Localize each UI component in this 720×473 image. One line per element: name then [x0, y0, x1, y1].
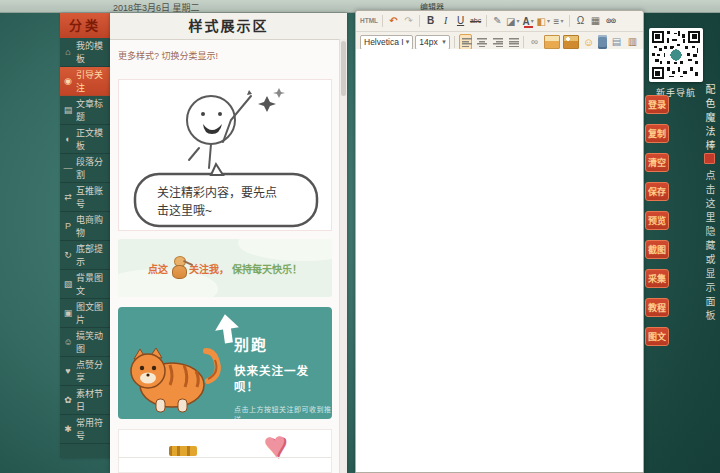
source-code-button[interactable]: HTML — [360, 14, 378, 28]
highlight-color-button[interactable]: ◧ — [537, 14, 550, 28]
sidebar-items: ⌂我的模板◉引导关注▤文章标题◐正文模板—段落分割⇄互推账号P电商购物↻底部提示… — [60, 38, 110, 444]
sidebar-item-mutual-push[interactable]: ⇄互推账号 — [60, 183, 110, 212]
shopping-icon: P — [63, 221, 73, 231]
category-header[interactable]: 分类 — [60, 13, 110, 38]
toggle-panel-label[interactable]: 点击这里隐藏或显示面板 — [702, 170, 717, 324]
qr-code — [649, 28, 703, 82]
follow-guide-icon: ◉ — [63, 76, 73, 86]
save-button[interactable]: 保存 — [645, 182, 669, 201]
sidebar-item-label: 互推账号 — [76, 184, 110, 210]
italic-button[interactable]: I — [439, 14, 452, 28]
insert-gif-button[interactable] — [563, 35, 579, 49]
font-family-value: Helvetica I — [364, 37, 404, 47]
sidebar-item-common-symbols[interactable]: ✱常用符号 — [60, 415, 110, 444]
smiley-icon: ☺ — [63, 337, 73, 347]
tutorial-button[interactable]: 教程 — [645, 298, 669, 317]
sidebar-item-paragraph-divider[interactable]: —段落分割 — [60, 154, 110, 183]
toolbar-separator — [523, 36, 524, 48]
panel-toggle-icon[interactable] — [704, 153, 715, 164]
sidebar-item-article-title[interactable]: ▤文章标题 — [60, 96, 110, 125]
format-painter-button[interactable]: ✎ — [491, 14, 504, 28]
find-replace-button[interactable]: ⊙⊙ — [604, 14, 617, 28]
underline-button[interactable]: U — [454, 14, 467, 28]
copy-button[interactable]: 复制 — [645, 124, 669, 143]
list-button[interactable]: ≡ — [552, 14, 565, 28]
yellow-blob-illustration — [169, 446, 197, 456]
toolbar-separator — [454, 36, 455, 48]
sidebar-item-label: 素材节日 — [76, 387, 110, 413]
clear-button[interactable]: 清空 — [645, 153, 669, 172]
toolbar-separator — [486, 15, 487, 27]
more-styles-hint: 更多样式? 切换分类显示! — [118, 49, 218, 62]
login-button[interactable]: 登录 — [645, 95, 669, 114]
article-button[interactable]: 图文 — [645, 327, 669, 346]
tiger-banner-line2: 快来关注一发呗！ — [234, 362, 332, 394]
sidebar-item-festival-material[interactable]: ✿素材节日 — [60, 386, 110, 415]
tiger-banner-line1: 别跑 — [234, 333, 332, 354]
preview-button[interactable]: 预览 — [645, 211, 669, 230]
sidebar-item-body-template[interactable]: ◐正文模板 — [60, 125, 110, 154]
align-left-button[interactable] — [459, 34, 473, 50]
refresh-icon: ↻ — [63, 250, 73, 260]
toolbar-row2-icons: ∞☺▤▥ — [528, 35, 639, 49]
sidebar-item-image-text[interactable]: ▣图文图片 — [60, 299, 110, 328]
font-size-value: 14px — [419, 37, 440, 47]
align-center-button[interactable] — [474, 34, 488, 50]
sidebar-item-ecommerce[interactable]: P电商购物 — [60, 212, 110, 241]
editor-content[interactable] — [356, 49, 643, 472]
sidebar-item-label: 引导关注 — [76, 68, 110, 94]
template-card-partial[interactable]: ♥ — [118, 429, 332, 473]
sidebar-item-label: 底部提示 — [76, 242, 110, 268]
redo-button[interactable]: ↷ — [402, 14, 415, 28]
image-icon: ▣ — [63, 308, 73, 318]
emoticon-button[interactable]: ☺ — [582, 35, 595, 49]
sidebar-item-label: 常用符号 — [76, 416, 110, 442]
strikethrough-button[interactable]: abc — [469, 14, 482, 28]
toolbar-separator — [569, 15, 570, 27]
insert-image-button[interactable] — [544, 35, 560, 49]
fullscreen-button[interactable]: ▥ — [626, 35, 639, 49]
remove-format-button[interactable]: ◪ — [506, 14, 519, 28]
body-template-icon: ◐ — [63, 134, 73, 144]
banner-text-left: 点这 — [148, 261, 168, 276]
sidebar-item-footer-tip[interactable]: ↻底部提示 — [60, 241, 110, 270]
like-icon: ♥ — [63, 366, 73, 376]
editor-toolbar: HTML↶↷BIUabc✎◪A◧≡Ω▦⊙⊙ Helvetica I 14px ∞… — [356, 11, 643, 53]
divider-icon: — — [63, 163, 73, 173]
tiger-illustration — [122, 337, 226, 415]
font-color-button[interactable]: A — [522, 14, 535, 28]
collect-button[interactable]: 采集 — [645, 269, 669, 288]
sidebar-item-funny-gif[interactable]: ☺搞笑动图 — [60, 328, 110, 357]
align-right-button[interactable] — [490, 34, 504, 50]
link-button[interactable]: ∞ — [528, 35, 541, 49]
special-char-button[interactable]: Ω — [574, 14, 587, 28]
scrollbar-thumb[interactable] — [341, 41, 346, 96]
banner-text-mid: 关注我， — [189, 261, 229, 276]
template-card-mint-banner[interactable]: 点这 关注我， 保持每天快乐！ — [118, 239, 332, 297]
article-title-icon: ▤ — [63, 105, 73, 115]
font-size-select[interactable]: 14px — [415, 35, 450, 50]
sidebar-item-background-image[interactable]: ▧背景图文 — [60, 270, 110, 299]
undo-button[interactable]: ↶ — [387, 14, 400, 28]
style-panel: 样式展示区 更多样式? 切换分类显示! — [110, 13, 347, 473]
sidebar-item-like-share[interactable]: ♥点赞分享 — [60, 357, 110, 386]
screenshot-button[interactable]: 截图 — [645, 240, 669, 259]
bg-image-icon: ▧ — [63, 279, 73, 289]
paste-word-button[interactable]: ▤ — [610, 35, 623, 49]
style-panel-body[interactable]: 更多样式? 切换分类显示! — [110, 39, 347, 473]
color-magic-wand-label[interactable]: 配色魔法棒 — [702, 84, 717, 154]
mobile-preview-button[interactable] — [598, 35, 607, 49]
toolbar-separator — [419, 15, 420, 27]
font-family-select[interactable]: Helvetica I — [360, 35, 413, 50]
sidebar-item-my-templates[interactable]: ⌂我的模板 — [60, 38, 110, 67]
svg-text:击这里哦~: 击这里哦~ — [157, 203, 212, 218]
template-card-stickman[interactable]: 关注精彩内容，要先点 击这里哦~ — [118, 79, 332, 231]
align-justify-button[interactable] — [506, 34, 520, 50]
style-panel-scrollbar[interactable] — [339, 39, 347, 473]
sidebar-item-guide-follow[interactable]: ◉引导关注 — [60, 67, 110, 96]
table-button[interactable]: ▦ — [589, 14, 602, 28]
bold-button[interactable]: B — [424, 14, 437, 28]
qr-pattern — [652, 31, 700, 79]
template-card-teal-tiger[interactable]: 别跑 快来关注一发呗！ 点击上方按钮关注即可收到推送 — [118, 307, 332, 419]
banner-text-right: 保持每天快乐！ — [232, 261, 302, 276]
